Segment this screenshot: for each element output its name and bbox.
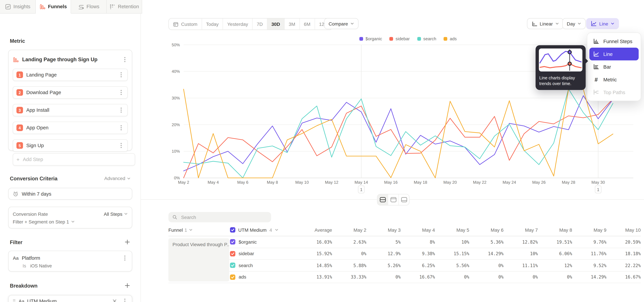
segment-select-all-checkbox[interactable]: [230, 227, 235, 232]
date-range-6m[interactable]: 6M: [300, 18, 315, 30]
menu-item-line[interactable]: Line: [589, 48, 639, 60]
tab-retention[interactable]: Retention: [107, 0, 142, 14]
drag-handle-icon[interactable]: [13, 299, 16, 302]
menu-item-metric[interactable]: #Metric: [589, 73, 639, 86]
row-checkbox[interactable]: [230, 251, 235, 256]
value-cell: 10%: [435, 240, 469, 244]
conversion-rate-scope-dropdown[interactable]: All Steps: [104, 212, 128, 216]
x-tick-label: May 30: [592, 180, 605, 184]
value-cell: 0%: [366, 275, 400, 280]
close-icon[interactable]: [112, 299, 116, 302]
granularity-dropdown[interactable]: Day: [562, 18, 586, 29]
query-sidebar: Metric Landing Page through Sign Up 1Lan…: [0, 14, 141, 302]
column-header-may-3: May 3: [366, 228, 400, 232]
filter-property: Platform: [22, 255, 119, 261]
segment-label: sidebar: [239, 251, 254, 256]
legend-item-sidebar[interactable]: sidebar: [390, 36, 410, 41]
segment-column-header[interactable]: UTM Medium 4: [230, 227, 298, 232]
x-tick-label: May 24: [502, 180, 516, 184]
value-cell: 12.82%: [504, 240, 538, 244]
legend-item-ads[interactable]: ads: [444, 36, 457, 41]
breakdown-item-card[interactable]: Aa UTM Medium: [8, 295, 132, 302]
compare-button[interactable]: Compare: [324, 18, 358, 29]
date-range-yesterday[interactable]: Yesterday: [223, 18, 253, 30]
step-kebab-menu[interactable]: [118, 72, 124, 78]
value-cell: 5.88%: [332, 263, 366, 268]
step-kebab-menu[interactable]: [118, 125, 124, 130]
segment-label: $organic: [239, 240, 257, 244]
date-range-3m[interactable]: 3M: [284, 18, 300, 30]
x-tick-label: May 20: [444, 180, 457, 184]
funnel-name: Landing Page through Sign Up: [22, 57, 119, 62]
step-kebab-menu[interactable]: [118, 142, 124, 148]
value-cell: 16.67%: [606, 275, 641, 280]
x-tick-label: May 10: [295, 180, 309, 184]
y-tick-label: 0%: [174, 176, 180, 180]
row-checkbox[interactable]: [230, 274, 235, 280]
date-range-label: Yesterday: [227, 22, 248, 26]
funnel-metric-card: Landing Page through Sign Up 1Landing Pa…: [8, 50, 132, 151]
funnel-steps-icon: [593, 38, 600, 44]
date-range-label: Today: [206, 22, 218, 26]
filter-item-card[interactable]: Aa Platform Is iOS Native: [8, 251, 132, 272]
row-checkbox[interactable]: [230, 263, 235, 268]
scale-dropdown[interactable]: Linear: [527, 18, 564, 29]
tab-insights[interactable]: Insights: [0, 0, 36, 14]
tab-label: Flows: [86, 4, 100, 10]
filter-segment-dropdown[interactable]: Filter + Segment on Step 1: [13, 218, 128, 226]
menu-item-bar[interactable]: Bar: [589, 60, 639, 73]
string-type-icon: Aa: [13, 255, 18, 260]
date-range-7d[interactable]: 7D: [252, 18, 267, 30]
step-kebab-menu[interactable]: [118, 90, 124, 95]
search-input[interactable]: [180, 214, 267, 220]
funnel-metric-icon: [13, 56, 19, 63]
add-filter-button[interactable]: [125, 240, 130, 244]
x-tick-label: May 12: [325, 180, 338, 184]
step-label: Landing Page: [26, 72, 115, 78]
step-kebab-menu[interactable]: [118, 107, 124, 113]
funnel-cell[interactable]: Product Viewed through P...: [168, 238, 229, 281]
value-cell: 9.52%: [572, 263, 606, 268]
funnel-step-5[interactable]: 5Sign Up: [13, 139, 128, 152]
value-cell: 33.33%: [332, 275, 366, 280]
funnel-step-4[interactable]: 4App Open: [13, 122, 128, 134]
add-step-button[interactable]: + Add Step: [13, 153, 135, 166]
split-view-button[interactable]: [378, 194, 388, 205]
value-cell: 2.63%: [332, 240, 366, 244]
chart-type-dropdown[interactable]: Line: [586, 18, 619, 29]
filter-segment-label: Filter + Segment on Step 1: [13, 219, 69, 224]
conversion-window-button[interactable]: Within 7 days: [8, 188, 132, 200]
funnel-step-3[interactable]: 3App Install: [13, 104, 128, 116]
row-checkbox[interactable]: [230, 239, 235, 244]
legend-item-search[interactable]: search: [417, 36, 436, 41]
value-cell: 5%: [366, 240, 400, 244]
date-range-custom[interactable]: Custom: [169, 18, 202, 30]
column-header-may-5: May 5: [435, 228, 469, 232]
date-range-30d[interactable]: 30D: [267, 18, 284, 30]
funnel-column-header[interactable]: Funnel 1: [168, 228, 230, 232]
chevron-down-icon: [578, 22, 581, 26]
funnel-kebab-menu[interactable]: [122, 57, 128, 62]
table-only-view-button[interactable]: [399, 194, 409, 205]
add-breakdown-button[interactable]: [125, 283, 130, 288]
menu-item-funnel-steps[interactable]: Funnel Steps: [589, 35, 639, 48]
column-header-may-2: May 2: [332, 228, 366, 232]
step-label: Download Page: [26, 90, 115, 95]
chart-only-view-button[interactable]: [388, 194, 399, 205]
annotation-count: 1: [597, 187, 600, 192]
funnel-step-2[interactable]: 2Download Page: [13, 86, 128, 98]
date-range-label: 7D: [257, 22, 263, 26]
funnels-icon: [39, 4, 46, 10]
breakdown-kebab-menu[interactable]: [122, 298, 128, 302]
legend-item-organic[interactable]: $organic: [360, 36, 382, 41]
date-range-today[interactable]: Today: [202, 18, 223, 30]
tab-flows[interactable]: Flows: [71, 0, 107, 14]
x-tick-label: May 14: [354, 180, 368, 184]
funnel-step-1[interactable]: 1Landing Page: [13, 68, 128, 81]
value-cell: 5.56%: [435, 263, 469, 268]
tab-funnels[interactable]: Funnels: [36, 0, 71, 14]
filter-kebab-menu[interactable]: [122, 255, 128, 261]
series-organic: [184, 96, 613, 171]
advanced-dropdown[interactable]: Advanced: [104, 176, 131, 181]
table-row-organic: $organic16.03%2.63%5%8%10%5.36%12.82%19.…: [168, 236, 641, 248]
